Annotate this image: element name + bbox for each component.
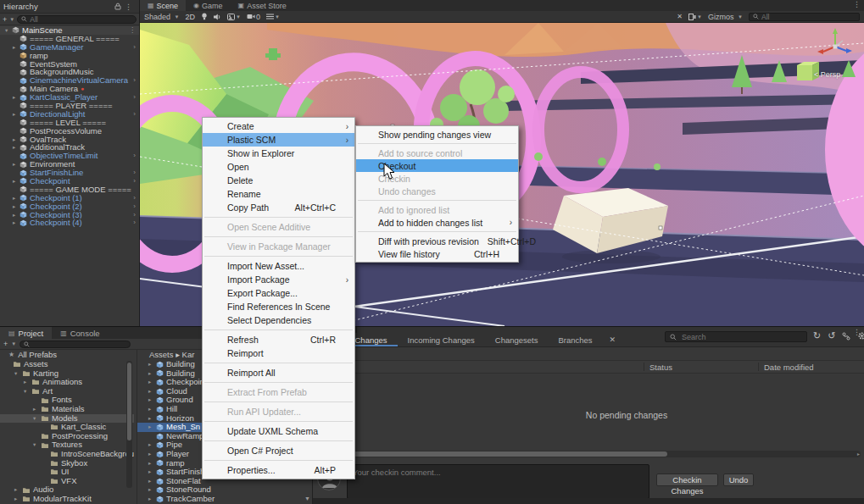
menu-item[interactable]: Extract From Prefab: [203, 385, 354, 399]
expand-arrow-icon[interactable]: ▸: [148, 485, 156, 495]
menu-item[interactable]: Reimport: [203, 346, 354, 360]
panel-menu-icon[interactable]: ⋮: [853, 328, 861, 336]
menu-item[interactable]: [203, 399, 354, 405]
hierarchy-header[interactable]: Hierarchy ⋮: [0, 0, 139, 14]
expand-arrow-icon[interactable]: ▸: [13, 93, 20, 102]
folder-tree-item[interactable]: ▾ Karting: [0, 369, 134, 379]
hierarchy-item[interactable]: ▸ AdditionalTrack: [0, 143, 139, 152]
menu-item[interactable]: [203, 360, 354, 366]
scene-view-tab[interactable]: ▦ Scene: [140, 0, 186, 11]
item-options-icon[interactable]: ›: [133, 152, 136, 160]
menu-item[interactable]: Undo changes: [356, 185, 518, 197]
audio-toggle-icon[interactable]: [214, 14, 221, 20]
checkin-changes-button[interactable]: Checkin Changes: [656, 474, 718, 486]
menu-item[interactable]: Diff with previous revision Shift+Ctrl+D: [356, 235, 518, 247]
hierarchy-search[interactable]: [17, 15, 137, 24]
search-input[interactable]: [680, 332, 802, 342]
expand-arrow-icon[interactable]: ▸: [14, 485, 22, 495]
expand-arrow-icon[interactable]: ▾: [33, 414, 41, 424]
menu-item[interactable]: [203, 379, 354, 385]
menu-item[interactable]: View in Package Manager: [203, 240, 354, 253]
view-options-dropdown-icon[interactable]: ▼: [266, 14, 280, 19]
changes-column-header[interactable]: Status Date modified: [313, 360, 864, 374]
search-input[interactable]: [32, 340, 126, 348]
folder-tree-item[interactable]: Kart_Classic: [0, 423, 134, 432]
camera-count-indicator[interactable]: 0: [247, 13, 260, 21]
menu-item[interactable]: View file history Ctrl+H: [356, 247, 518, 260]
menu-item[interactable]: Show in Explorer: [203, 147, 354, 160]
expand-arrow-icon[interactable]: ▸: [33, 405, 41, 414]
expand-arrow-icon[interactable]: ▸: [13, 177, 20, 186]
item-options-icon[interactable]: ›: [133, 93, 136, 102]
menu-item[interactable]: Add to source control: [356, 147, 518, 159]
menu-item[interactable]: Plastic SCM ›: [203, 133, 354, 147]
hierarchy-item[interactable]: ▸ GameManager ›: [0, 43, 139, 52]
menu-item[interactable]: [356, 141, 518, 147]
hierarchy-item[interactable]: ▸ Checkpoint ›: [0, 177, 139, 186]
expand-arrow-icon[interactable]: ▸: [148, 414, 156, 424]
date-modified-column-label[interactable]: Date modified: [764, 361, 814, 374]
hierarchy-item[interactable]: EventSystem: [0, 60, 139, 69]
status-column-label[interactable]: Status: [649, 361, 672, 374]
menu-item[interactable]: Checkin: [356, 172, 518, 185]
expand-arrow-icon[interactable]: ▸: [148, 378, 156, 387]
folder-tree-item[interactable]: ▾ Art: [0, 387, 134, 396]
scroll-down-arrow-icon[interactable]: ▼: [304, 496, 310, 501]
scene-view-tab[interactable]: ▣ Asset Store: [231, 0, 294, 11]
menu-item[interactable]: [203, 253, 354, 259]
menu-item[interactable]: Show pending changes view: [356, 128, 518, 141]
expand-arrow-icon[interactable]: ▾: [14, 369, 22, 379]
refresh-icon[interactable]: ↻: [813, 330, 821, 341]
horizontal-scrollbar[interactable]: ◂ ▸: [316, 451, 861, 457]
hierarchy-item[interactable]: ▸ Checkpoint (4) ›: [0, 219, 139, 227]
gizmos-dropdown[interactable]: Gizmos ▼: [708, 13, 743, 21]
folder-tree-item[interactable]: ▸ Materials: [0, 405, 134, 414]
expand-arrow-icon[interactable]: ▸: [13, 219, 20, 227]
menu-item[interactable]: [356, 197, 518, 203]
hierarchy-item[interactable]: ▸ Checkpoint (3) ›: [0, 211, 139, 219]
scm-search[interactable]: [665, 331, 807, 342]
menu-item[interactable]: [203, 418, 354, 424]
hierarchy-item[interactable]: ▸ Environment: [0, 160, 139, 169]
menu-item[interactable]: [203, 438, 354, 444]
menu-item[interactable]: [203, 234, 354, 240]
expand-arrow-icon[interactable]: ▸: [148, 405, 156, 414]
undo-icon[interactable]: ↺: [828, 330, 835, 341]
item-options-icon[interactable]: ›: [133, 194, 136, 202]
menu-item[interactable]: Export Package...: [203, 286, 354, 300]
menu-item[interactable]: [203, 214, 354, 220]
folder-tree-item[interactable]: UI: [0, 468, 134, 477]
item-options-icon[interactable]: ›: [133, 76, 136, 85]
hierarchy-item[interactable]: ===== PLAYER =====: [0, 102, 139, 110]
item-options-icon[interactable]: ›: [133, 169, 136, 177]
scm-panel-tab[interactable]: Branches: [548, 334, 602, 346]
scm-panel-tab[interactable]: Changesets: [485, 334, 549, 346]
menu-item[interactable]: Select Dependencies: [203, 313, 354, 327]
folder-tree-item[interactable]: ▾ Textures: [0, 440, 134, 450]
menu-item[interactable]: [203, 327, 354, 333]
expand-arrow-icon[interactable]: ▸: [13, 43, 20, 52]
hierarchy-item[interactable]: ===== GENERAL =====: [0, 35, 139, 43]
expand-arrow-icon[interactable]: ▸: [148, 440, 156, 450]
close-tab-icon[interactable]: ✕: [603, 334, 623, 346]
menu-item[interactable]: Reimport All: [203, 366, 354, 379]
menu-item[interactable]: Refresh Ctrl+R: [203, 333, 354, 346]
folder-tree-item[interactable]: ▾ Models: [0, 414, 134, 424]
hierarchy-item[interactable]: ramp: [0, 52, 139, 60]
chevron-down-icon[interactable]: ▼: [9, 17, 14, 22]
panel-menu-icon[interactable]: ⋮: [850, 0, 864, 11]
item-options-icon[interactable]: ›: [133, 43, 136, 52]
menu-item[interactable]: Find References In Scene: [203, 300, 354, 313]
expand-arrow-icon[interactable]: ▸: [148, 423, 156, 432]
expand-arrow-icon[interactable]: ▸: [148, 387, 156, 396]
expand-arrow-icon[interactable]: ▸: [148, 369, 156, 379]
folder-tree-item[interactable]: Fonts: [0, 396, 134, 405]
hierarchy-item[interactable]: PostProcessVolume: [0, 127, 139, 136]
hierarchy-item[interactable]: ▸ DirectionalLight ›: [0, 110, 139, 119]
hierarchy-item[interactable]: ▸ Checkpoint (2) ›: [0, 202, 139, 211]
expand-arrow-icon[interactable]: ▾: [24, 387, 31, 396]
folder-tree-item[interactable]: IntroSceneBackgrounds: [0, 450, 134, 459]
hierarchy-item[interactable]: ObjectiveTimeLimit ›: [0, 152, 139, 160]
search-input[interactable]: [761, 13, 856, 21]
menu-item[interactable]: Add to hidden changes list ›: [356, 216, 518, 229]
